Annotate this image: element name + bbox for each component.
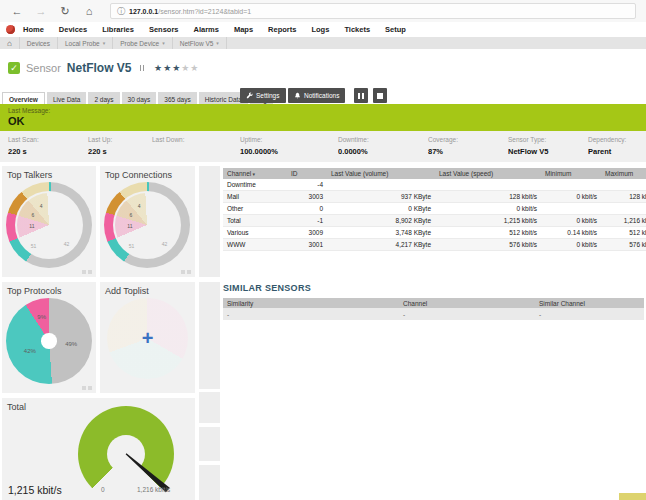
- similar-cell: -: [535, 308, 644, 320]
- nav-item-reports[interactable]: Reports: [268, 25, 296, 34]
- channel-col-header-last-value-volume[interactable]: Last Value (volume): [327, 168, 435, 179]
- table-row[interactable]: WWW30014,217 KByte576 kbit/s0 kbit/s576 …: [223, 239, 646, 251]
- donut-wedges: [17, 193, 81, 257]
- chart-label: 6: [130, 212, 133, 218]
- panel-top-protocols[interactable]: Top Protocols 49%42%9%: [2, 282, 96, 393]
- notifications-button[interactable]: Notifications: [288, 88, 345, 103]
- star-empty-icon[interactable]: ★: [190, 63, 199, 73]
- home-icon: ⌂: [7, 39, 12, 48]
- add-toplist-plus-icon[interactable]: +: [100, 296, 195, 380]
- panel-add-toplist[interactable]: Add Toplist +: [100, 282, 195, 393]
- breadcrumb-label: Probe Device: [120, 40, 159, 47]
- status-field-last-scan: Last Scan:220 s: [8, 136, 88, 162]
- panel-tool-icons[interactable]: [82, 270, 92, 274]
- back-icon[interactable]: ←: [10, 0, 24, 22]
- status-field-label: Dependency:: [588, 136, 646, 143]
- breadcrumb-items: DevicesLocal Probe▾Probe Device▾NetFlow …: [20, 37, 227, 49]
- star-filled-icon[interactable]: ★: [163, 63, 172, 73]
- breadcrumb-home[interactable]: ⌂: [0, 37, 20, 49]
- similar-col-header-similar-channel: Similar Channel: [535, 298, 644, 308]
- table-row[interactable]: Downtime-4: [223, 179, 646, 191]
- channel-col-header-maximum[interactable]: Maximum: [601, 168, 646, 179]
- browser-toolbar: ← → ↻ ⌂ ⓘ 127.0.0.1/sensor.htm?id=2124&t…: [0, 0, 646, 23]
- panel-total-gauge[interactable]: Total 1,215 kbit/s 0 1,216 kbit/s: [2, 398, 195, 500]
- nav-item-devices[interactable]: Devices: [59, 25, 87, 34]
- table-row[interactable]: Various30093,748 KByte512 kbit/s0.14 kbi…: [223, 227, 646, 239]
- channel-col-header-last-value-speed[interactable]: Last Value (speed): [435, 168, 541, 179]
- nav-item-setup[interactable]: Setup: [385, 25, 406, 34]
- wrench-icon: [246, 92, 253, 99]
- breadcrumb-item-devices[interactable]: Devices: [20, 37, 58, 49]
- breadcrumb-item-netflow-v5[interactable]: NetFlow V5▾: [173, 37, 227, 49]
- channel-table-header: Channel ▾IDLast Value (volume)Last Value…: [223, 168, 646, 179]
- channel-cell: [601, 203, 646, 215]
- forward-icon[interactable]: →: [34, 0, 48, 22]
- star-filled-icon[interactable]: ★: [172, 63, 181, 73]
- last-message-label: Last Message:: [8, 107, 638, 114]
- table-row[interactable]: Mail3003937 KByte128 kbit/s0 kbit/s128 k…: [223, 191, 646, 203]
- notifications-button-label: Notifications: [304, 92, 339, 99]
- panel-top-talkers[interactable]: Top Talkers 11645142: [2, 166, 96, 277]
- gauge-min-label: 0: [101, 486, 105, 493]
- last-message-banner: Last Message: OK: [0, 104, 646, 131]
- status-field-label: Last Up:: [88, 136, 152, 143]
- refresh-icon[interactable]: ↻: [58, 0, 72, 22]
- pause-button[interactable]: [354, 88, 368, 103]
- nav-item-alarms[interactable]: Alarms: [194, 25, 219, 34]
- channel-cell: Total: [223, 215, 287, 227]
- settings-button[interactable]: Settings: [240, 88, 286, 103]
- priority-stars[interactable]: ★★★★★: [154, 63, 199, 73]
- nav-item-libraries[interactable]: Libraries: [102, 25, 134, 34]
- channel-cell: 0: [287, 203, 327, 215]
- channel-cell: 8,902 KByte: [327, 215, 435, 227]
- channel-col-header-channel[interactable]: Channel ▾: [223, 168, 287, 179]
- status-field-value: 220 s: [8, 147, 88, 156]
- similar-table-header: SimilarityChannelSimilar Channel: [223, 298, 644, 308]
- channel-cell: 0 KByte: [327, 203, 435, 215]
- chart-label: 4: [138, 203, 141, 209]
- table-row[interactable]: Total-18,902 KByte1,215 kbit/s0 kbit/s1,…: [223, 215, 646, 227]
- star-filled-icon[interactable]: ★: [154, 63, 163, 73]
- channel-cell: 937 KByte: [327, 191, 435, 203]
- panel-top-connections[interactable]: Top Connections 11645142: [100, 166, 195, 277]
- browser-home-icon[interactable]: ⌂: [82, 0, 96, 22]
- status-field-label: Coverage:: [428, 136, 508, 143]
- channel-col-header-minimum[interactable]: Minimum: [541, 168, 601, 179]
- status-field-value: 220 s: [88, 147, 152, 156]
- address-bar[interactable]: ⓘ 127.0.0.1/sensor.htm?id=2124&tabid=1: [110, 3, 636, 19]
- site-info-icon[interactable]: ⓘ: [117, 6, 125, 17]
- nav-item-sensors[interactable]: Sensors: [149, 25, 179, 34]
- channel-cell: 0.14 kbit/s: [541, 227, 601, 239]
- panel-tool-icons[interactable]: [82, 386, 92, 390]
- channel-cell: [327, 179, 435, 191]
- sort-caret-icon: ▾: [251, 171, 255, 177]
- pie-hole: [41, 333, 57, 349]
- channel-cell: 128 kbit/s: [435, 191, 541, 203]
- star-empty-icon[interactable]: ★: [181, 63, 190, 73]
- breadcrumb-item-local-probe[interactable]: Local Probe▾: [58, 37, 113, 49]
- panel-tool-icons[interactable]: [181, 270, 191, 274]
- clipped-panel: [199, 166, 220, 277]
- status-field-label: Uptime:: [240, 136, 338, 143]
- breadcrumb: ⌂ DevicesLocal Probe▾Probe Device▾NetFlo…: [0, 37, 646, 49]
- channel-cell: -4: [287, 179, 327, 191]
- sensor-name: NetFlow V5: [67, 61, 132, 75]
- channel-cell: [541, 203, 601, 215]
- channel-cell: Mail: [223, 191, 287, 203]
- stop-button[interactable]: [373, 88, 387, 103]
- breadcrumb-item-probe-device[interactable]: Probe Device▾: [113, 37, 173, 49]
- status-strip: Last Scan:220 sLast Up:220 sLast Down:Up…: [0, 131, 646, 162]
- table-row[interactable]: Other00 KByte0 kbit/s: [223, 203, 646, 215]
- channel-col-header-id[interactable]: ID: [287, 168, 327, 179]
- nav-item-home[interactable]: Home: [23, 25, 44, 34]
- channel-cell: 0 kbit/s: [541, 191, 601, 203]
- clipped-panel: [199, 282, 220, 389]
- nav-item-maps[interactable]: Maps: [234, 25, 253, 34]
- pause-icon[interactable]: [140, 65, 145, 71]
- similar-cell: -: [399, 308, 535, 320]
- nav-item-logs[interactable]: Logs: [311, 25, 329, 34]
- main-nav: HomeDevicesLibrariesSensorsAlarmsMapsRep…: [0, 22, 646, 37]
- chevron-down-icon: ▾: [103, 40, 106, 46]
- nav-item-tickets[interactable]: Tickets: [344, 25, 370, 34]
- status-field-value: 0.0000%: [338, 147, 428, 156]
